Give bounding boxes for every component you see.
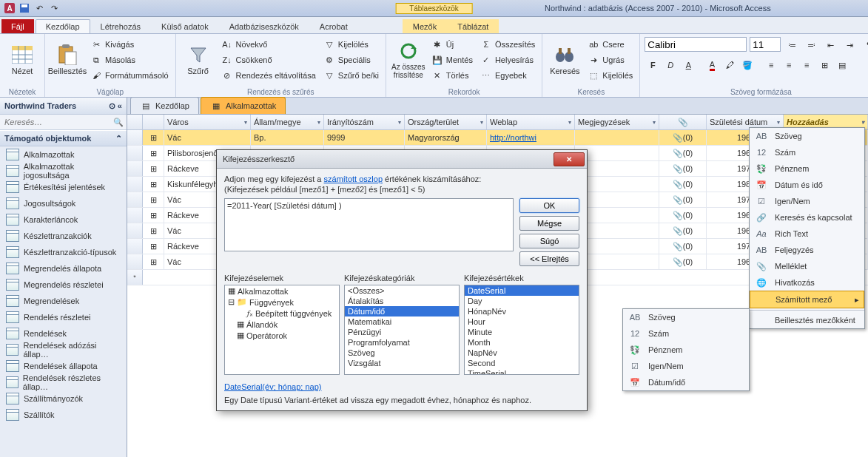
menu-calculated[interactable]: Számított mező▸ [750,291,864,308]
save-icon[interactable] [18,1,31,15]
list-item[interactable]: <Összes> [345,285,459,296]
tab-fields[interactable]: Mezők [403,19,447,33]
less-button[interactable]: << Elrejtés [519,251,579,266]
list-item[interactable]: NapNév [465,348,579,358]
selection-filter-button[interactable]: ▽Kijelölés [321,37,381,52]
sub-number[interactable]: 12Szám [623,325,749,342]
nav-item[interactable]: Megrendelések [0,293,127,309]
col-zip[interactable]: Irányítószám▾ [324,115,405,129]
example-link[interactable]: DateSerial(év; hónap; nap) [224,382,321,391]
gridlines-icon[interactable]: ⊞ [816,57,832,73]
nav-collapse-icon[interactable]: ⊙ « [109,101,122,111]
undo-icon[interactable]: ↶ [33,1,46,15]
menu-text[interactable]: ABSzöveg [750,128,864,144]
underline-button[interactable]: A [680,57,696,73]
col-state[interactable]: Állam/megye▾ [251,115,324,129]
menu-lookup[interactable]: 🔗Keresés és kapcsolat [750,209,864,226]
sub-yesno[interactable]: ☑Igen/Nem [623,358,749,374]
list-item[interactable]: Vizsgálat [345,358,459,368]
indent-left-icon[interactable]: ⇤ [822,37,838,53]
expand-column[interactable] [143,115,164,129]
select-all-cell[interactable] [127,115,143,129]
nav-item[interactable]: Rendelések állapota [0,358,127,374]
col-notes[interactable]: Megjegyzések▾ [575,115,659,129]
goto-button[interactable]: ➜Ugrás [585,53,635,67]
menu-hyper[interactable]: 🌐Hivatkozás [750,274,864,291]
list-item[interactable]: Átalakítás [345,296,459,306]
tab-home[interactable]: Kezdőlap [36,19,90,33]
sub-text[interactable]: ABSzöveg [623,309,749,325]
list-item[interactable]: TimeSerial [465,368,579,375]
align-center-icon[interactable]: ≡ [781,57,797,73]
select-button[interactable]: ⬚Kijelölés [585,68,635,83]
section-collapse-icon[interactable]: ⌃ [115,134,122,143]
cut-button[interactable]: ✂Kivágás [88,37,171,52]
redo-icon[interactable]: ↷ [47,1,61,15]
font-size-select[interactable] [750,37,781,52]
nav-item[interactable]: Rendelés részletei [0,309,127,325]
menu-currency[interactable]: 💱Pénznem [750,160,864,177]
tab-table[interactable]: Táblázat [447,19,499,33]
sort-asc-button[interactable]: A↓Növekvő [219,37,318,52]
bold-button[interactable]: F [645,57,661,73]
list-item[interactable]: Second [465,358,579,368]
toggle-filter-button[interactable]: ▽Szűrő be/ki [321,68,381,83]
col-city[interactable]: Város▾ [164,115,251,129]
categories-list[interactable]: <Összes>ÁtalakításDátum/időMatematikaiPé… [344,285,460,375]
close-button[interactable]: ✕ [554,152,585,166]
menu-attach[interactable]: 📎Melléklet [750,258,864,274]
doc-tab-home[interactable]: ▤Kezdőlap [130,97,199,114]
sub-currency[interactable]: 💱Pénznem [623,342,749,358]
list-item[interactable]: DateSerial [465,285,579,296]
advanced-filter-button[interactable]: ⚙Speciális [321,53,381,67]
alt-row-icon[interactable]: ▤ [834,57,850,73]
nav-search-input[interactable] [3,117,113,127]
col-web[interactable]: Weblap▾ [487,115,575,129]
list-item[interactable]: Minute [465,327,579,337]
menu-rich[interactable]: AaRich Text [750,226,864,242]
tab-dbtools[interactable]: Adatbáziseszközök [219,19,309,33]
nav-item[interactable]: Szállítmányozók [0,390,127,407]
tab-external[interactable]: Külső adatok [151,19,219,33]
italic-button[interactable]: D [662,57,679,73]
save-record-button[interactable]: 💾Mentés [429,53,475,67]
tab-file[interactable]: Fájl [1,19,34,33]
nav-item[interactable]: Jogosultságok [0,195,127,211]
delete-record-button[interactable]: ✕Törlés [429,68,475,83]
nav-item[interactable]: Megrendelés állapota [0,260,127,277]
ok-button[interactable]: OK [519,198,579,213]
values-list[interactable]: DateSerialDayHónapNévHourMinuteMonthNapN… [464,285,579,375]
remove-sort-button[interactable]: ⊘Rendezés eltávolítása [219,68,318,83]
doc-tab-alkalmazottak[interactable]: ▦Alkalmazottak [201,97,286,114]
replace-button[interactable]: abCsere [585,37,635,52]
cancel-button[interactable]: Mégse [519,216,579,231]
indent-right-icon[interactable]: ⇥ [841,37,858,53]
view-button[interactable]: Nézet [4,37,40,83]
fill-button[interactable]: 🪣 [739,57,756,73]
nav-item[interactable]: Készlettranzakció-típusok [0,244,127,260]
nav-item[interactable]: Karakterláncok [0,211,127,228]
help-button[interactable]: Súgó [519,234,579,248]
search-icon[interactable]: 🔍 [113,118,124,127]
list-item[interactable]: Pénzügyi [345,327,459,337]
list-item[interactable]: Programfolyamat [345,337,459,348]
expression-textarea[interactable]: =2011-Year( [Születési dátum] ) [224,198,514,251]
list-item[interactable]: Hour [465,316,579,327]
nav-item[interactable]: Értékesítési jelentések [0,179,127,195]
highlight-button[interactable]: 🖍 [721,57,738,73]
nav-item[interactable]: Alkalmazottak jogosultsága [0,163,127,179]
nav-item[interactable]: Alkalmazottak [0,146,127,163]
nav-item[interactable]: Rendelések [0,325,127,342]
bullets-icon[interactable]: ≔ [784,37,800,53]
list-item[interactable]: Month [465,337,579,348]
new-record-button[interactable]: ✱Új [429,37,475,52]
align-right-icon[interactable]: ≡ [798,57,815,73]
tab-create[interactable]: Létrehozás [90,19,151,33]
elements-tree[interactable]: ▦Alkalmazottak ⊟📁Függvények 𝑓ₓBeépített … [224,285,340,375]
menu-yesno[interactable]: ☑Igen/Nem [750,193,864,209]
menu-paste-as[interactable]: Beillesztés mezőkként [750,312,864,328]
nav-item[interactable]: Rendelések részletes állap… [0,374,127,390]
list-item[interactable]: Day [465,296,579,306]
menu-datetime[interactable]: 📅Dátum és idő [750,177,864,193]
tab-acrobat[interactable]: Acrobat [309,19,358,33]
